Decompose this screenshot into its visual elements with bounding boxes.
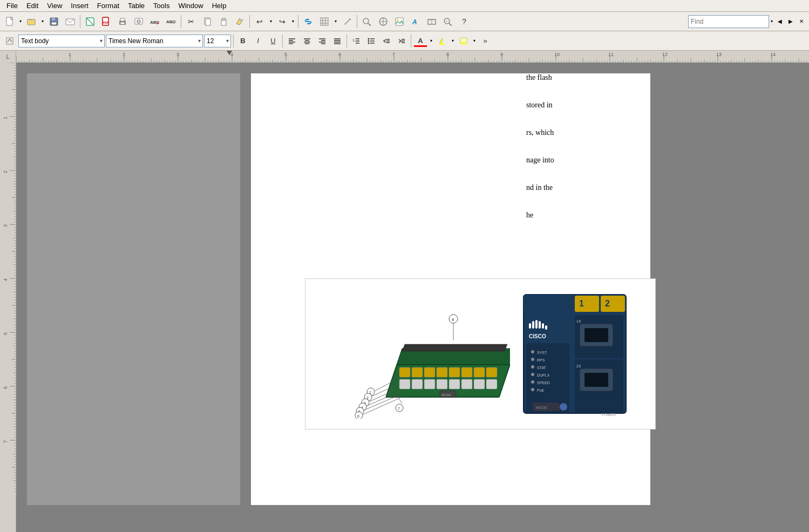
italic-button[interactable]: I bbox=[251, 35, 265, 47]
undo-button[interactable]: ↩ bbox=[252, 14, 267, 29]
fmt-sep3 bbox=[346, 35, 347, 47]
highlight-dropdown[interactable]: ▾ bbox=[450, 33, 456, 49]
menu-edit[interactable]: Edit bbox=[22, 1, 43, 11]
autocorrect-button[interactable]: ABC → → bbox=[164, 14, 179, 29]
help-button[interactable]: ? bbox=[457, 14, 472, 29]
save-button[interactable] bbox=[46, 14, 62, 29]
bg-color-dropdown[interactable]: ▾ bbox=[472, 33, 477, 49]
align-center-button[interactable] bbox=[300, 35, 314, 47]
svg-rect-88 bbox=[412, 367, 423, 377]
navigator-button[interactable] bbox=[376, 14, 391, 29]
table-dropdown[interactable]: ▾ bbox=[333, 14, 338, 29]
open-dropdown-arrow[interactable]: ▾ bbox=[40, 14, 45, 29]
open-button-group: ▾ bbox=[24, 14, 45, 29]
undo-dropdown[interactable]: ▾ bbox=[268, 14, 274, 29]
ruler-row: L bbox=[0, 51, 809, 63]
increase-indent-button[interactable] bbox=[395, 35, 409, 47]
svg-rect-96 bbox=[412, 379, 423, 389]
svg-point-38 bbox=[397, 19, 399, 21]
svg-text:+: + bbox=[445, 19, 447, 23]
menu-tools[interactable]: Tools bbox=[149, 1, 174, 11]
find-input[interactable] bbox=[688, 15, 769, 28]
svg-point-70 bbox=[368, 42, 370, 44]
find-close-button[interactable]: ✕ bbox=[796, 15, 807, 28]
decrease-indent-button[interactable] bbox=[379, 35, 393, 47]
text-line-2: stored in bbox=[526, 101, 634, 110]
zoom-button[interactable]: + bbox=[440, 14, 456, 29]
printpreview-button[interactable] bbox=[131, 14, 146, 29]
style-picker-button[interactable] bbox=[2, 33, 17, 49]
new-button-group: ▾ bbox=[2, 14, 23, 29]
find-box: ▾ ◀ ▶ ✕ bbox=[688, 14, 807, 29]
font-color-button[interactable]: A bbox=[413, 35, 427, 47]
align-right-button[interactable] bbox=[315, 35, 329, 47]
svg-rect-80 bbox=[439, 44, 445, 45]
svg-text:MODE: MODE bbox=[536, 406, 547, 410]
new-button[interactable] bbox=[2, 14, 17, 29]
print-button[interactable] bbox=[115, 14, 130, 29]
size-dropdown[interactable]: 12 bbox=[204, 35, 231, 47]
table-button[interactable] bbox=[317, 14, 332, 29]
menu-table[interactable]: Table bbox=[124, 1, 149, 11]
svg-rect-90 bbox=[437, 367, 447, 377]
highlight-button[interactable] bbox=[435, 35, 449, 47]
svg-rect-94 bbox=[486, 367, 497, 377]
menu-insert[interactable]: Insert bbox=[66, 1, 93, 11]
svg-text:STAT: STAT bbox=[537, 366, 547, 370]
new-dropdown-arrow[interactable]: ▾ bbox=[18, 14, 23, 29]
copy-button[interactable] bbox=[200, 14, 215, 29]
spellcheck-button[interactable]: ABC ✓ bbox=[147, 14, 162, 29]
redo-button[interactable]: ↪ bbox=[275, 14, 290, 29]
ruler-corner[interactable]: L bbox=[0, 51, 16, 63]
find-prev-button[interactable]: ◀ bbox=[774, 15, 785, 28]
justify-button[interactable] bbox=[330, 35, 344, 47]
find-replace-button[interactable] bbox=[359, 14, 375, 29]
svg-rect-24 bbox=[222, 18, 226, 21]
menu-window[interactable]: Window bbox=[174, 1, 207, 11]
hyperlink-button[interactable] bbox=[301, 14, 316, 29]
document-page: the flash stored in rs, which nage into … bbox=[251, 73, 650, 505]
svg-rect-91 bbox=[449, 367, 460, 377]
svg-rect-102 bbox=[486, 379, 497, 389]
more-button[interactable]: » bbox=[478, 35, 492, 47]
menu-view[interactable]: View bbox=[43, 1, 66, 11]
font-dropdown[interactable]: Times New Roman bbox=[106, 35, 203, 47]
clone-button[interactable] bbox=[232, 14, 247, 29]
edit-button[interactable] bbox=[83, 14, 98, 29]
pdf-button[interactable]: PDF bbox=[99, 14, 114, 29]
bold-button[interactable]: B bbox=[236, 35, 250, 47]
menu-file[interactable]: File bbox=[2, 1, 22, 11]
redo-dropdown[interactable]: ▾ bbox=[290, 14, 296, 29]
textbox-button[interactable] bbox=[424, 14, 439, 29]
bg-color-button[interactable] bbox=[457, 35, 471, 47]
svg-text:8: 8 bbox=[452, 317, 454, 322]
svg-text:PDF: PDF bbox=[103, 21, 108, 24]
style-dropdown[interactable]: Text body bbox=[18, 35, 105, 47]
svg-rect-97 bbox=[424, 379, 435, 389]
fmt-sep1 bbox=[233, 35, 234, 47]
unordered-list-button[interactable] bbox=[364, 35, 378, 47]
email-button[interactable] bbox=[63, 14, 78, 29]
align-left-button[interactable] bbox=[285, 35, 299, 47]
menu-help[interactable]: Help bbox=[208, 1, 231, 11]
fmt-sep4 bbox=[411, 35, 411, 47]
ordered-list-button[interactable]: 1. bbox=[349, 35, 363, 47]
svg-rect-87 bbox=[399, 367, 410, 377]
gallery-button[interactable] bbox=[392, 14, 407, 29]
paste-button[interactable] bbox=[216, 14, 231, 29]
svg-text:POWER: POWER bbox=[602, 413, 616, 417]
underline-button[interactable]: U bbox=[266, 35, 280, 47]
page-area[interactable]: the flash stored in rs, which nage into … bbox=[16, 63, 809, 532]
find-dropdown[interactable]: ▾ bbox=[769, 14, 774, 29]
svg-text:✓: ✓ bbox=[156, 21, 160, 26]
svg-rect-82 bbox=[460, 43, 467, 44]
svg-rect-99 bbox=[449, 379, 460, 389]
fontwork-button[interactable]: A bbox=[408, 14, 423, 29]
menu-format[interactable]: Format bbox=[93, 1, 124, 11]
font-color-dropdown[interactable]: ▾ bbox=[429, 33, 434, 49]
separator3 bbox=[249, 15, 250, 28]
open-button[interactable] bbox=[24, 14, 39, 29]
draw-button[interactable] bbox=[339, 14, 355, 29]
find-next-button[interactable]: ▶ bbox=[785, 15, 796, 28]
cut-button[interactable]: ✂ bbox=[183, 14, 199, 29]
